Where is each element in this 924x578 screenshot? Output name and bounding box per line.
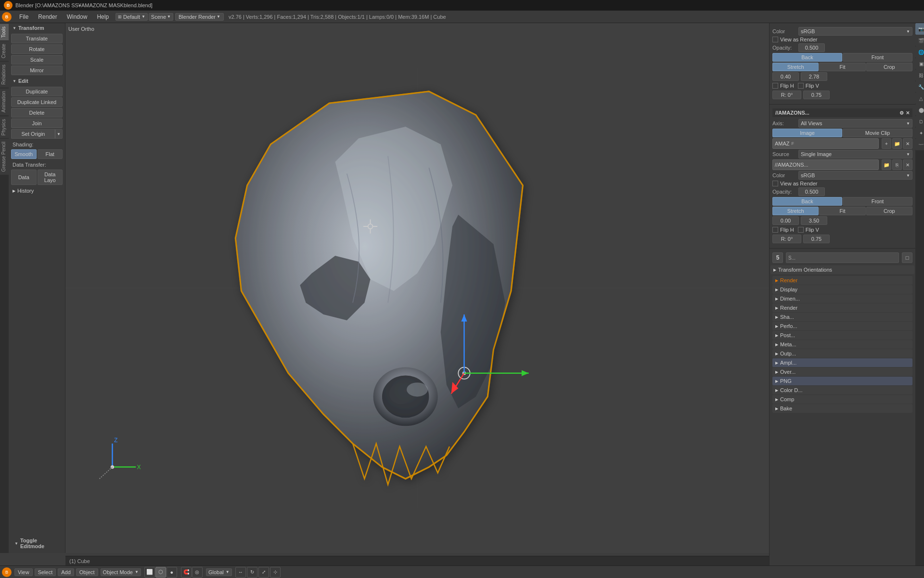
dimensions-header[interactable]: ▶ Dimen... bbox=[772, 294, 912, 303]
image-new-icon[interactable]: + bbox=[882, 138, 891, 149]
constraints-props-icon[interactable]: ⛓ bbox=[915, 69, 924, 81]
axis-dropdown[interactable]: All Views ▼ bbox=[798, 119, 912, 128]
amazons-settings-icon[interactable]: ⚙ bbox=[899, 110, 904, 116]
mirror-button[interactable]: Mirror bbox=[11, 66, 63, 75]
vtab-relations[interactable]: Relations bbox=[0, 61, 9, 88]
ampl-header[interactable]: ▶ Ampl... bbox=[772, 358, 912, 367]
flip-v-checkbox-bottom[interactable] bbox=[798, 227, 804, 233]
wireframe-shading-icon[interactable]: ⬡ bbox=[155, 567, 166, 578]
data-button[interactable]: Data bbox=[11, 170, 37, 185]
flip-h-checkbox-top[interactable] bbox=[772, 83, 778, 89]
stretch-button-bottom[interactable]: Stretch bbox=[772, 207, 819, 215]
view-menu[interactable]: View bbox=[14, 568, 33, 576]
scene-props-icon[interactable]: 🎬 bbox=[915, 35, 924, 46]
shading-render-header[interactable]: ▶ Sha... bbox=[772, 313, 912, 321]
scale-button[interactable]: Scale bbox=[11, 55, 63, 65]
amazons-header[interactable]: //AMAZONS... ⚙ ✕ bbox=[772, 108, 912, 117]
x-value-top[interactable]: 0.40 bbox=[772, 72, 799, 81]
metadata-header[interactable]: ▶ Meta... bbox=[772, 340, 912, 349]
screen-layout-selector[interactable]: ⊞ Default ▼ bbox=[116, 13, 148, 21]
duplicate-linked-button[interactable]: Duplicate Linked bbox=[11, 97, 63, 107]
r-value-bottom[interactable]: 0.75 bbox=[803, 235, 830, 243]
fit-button-top[interactable]: Fit bbox=[819, 63, 865, 71]
data-layo-button[interactable]: Data Layo bbox=[38, 170, 63, 185]
bake-header[interactable]: ▶ Bake bbox=[772, 404, 912, 413]
view-as-render-checkbox-bottom[interactable] bbox=[772, 181, 778, 186]
fit-button-bottom[interactable]: Fit bbox=[819, 207, 865, 215]
x2-value[interactable]: 0.00 bbox=[772, 216, 799, 225]
select-menu[interactable]: Select bbox=[35, 568, 56, 576]
opacity-value-top[interactable]: 0.500 bbox=[798, 43, 825, 52]
image-path-field[interactable]: //AMAZONS... bbox=[772, 159, 879, 170]
full-icon[interactable]: □ bbox=[902, 252, 912, 263]
texture-props-icon[interactable]: 🗋 bbox=[915, 116, 924, 127]
slot-5-button[interactable]: 5 bbox=[772, 252, 783, 263]
vtab-grease-pencil[interactable]: Grease Pencil bbox=[0, 138, 9, 175]
set-origin-arrow-button[interactable]: ▼ bbox=[55, 129, 63, 139]
vtab-create[interactable]: Create bbox=[0, 40, 9, 61]
color-depth-header[interactable]: ▶ Color D... bbox=[772, 386, 912, 394]
rendered-shading-icon[interactable]: ● bbox=[167, 567, 177, 578]
engine-selector[interactable]: Blender Render ▼ bbox=[175, 13, 224, 21]
crop-button-top[interactable]: Crop bbox=[866, 63, 912, 71]
menu-window[interactable]: Window bbox=[62, 13, 92, 21]
join-button[interactable]: Join bbox=[11, 118, 63, 128]
movie-clip-button[interactable]: Movie Clip bbox=[843, 129, 912, 137]
image-open-icon[interactable]: 📁 bbox=[892, 138, 902, 149]
comp-header[interactable]: ▶ Comp bbox=[772, 395, 912, 404]
path-clear-icon[interactable]: ✕ bbox=[903, 159, 912, 170]
source-dropdown[interactable]: Single Image ▼ bbox=[798, 150, 912, 158]
front-button-top[interactable]: Front bbox=[843, 53, 912, 62]
r-value-top[interactable]: 0.75 bbox=[803, 91, 830, 99]
front-button-bottom[interactable]: Front bbox=[843, 197, 912, 206]
output-header[interactable]: ▶ Outp... bbox=[772, 349, 912, 358]
manipulate-transform-icon[interactable]: ⊹ bbox=[270, 567, 281, 578]
transform-section-header[interactable]: Transform bbox=[9, 23, 65, 33]
vtab-physics[interactable]: Physics bbox=[0, 116, 9, 138]
y-value-top[interactable]: 2.78 bbox=[801, 72, 827, 81]
post-processing-header[interactable]: ▶ Post... bbox=[772, 331, 912, 340]
world-props-icon[interactable]: 🌐 bbox=[915, 46, 924, 58]
back-button-top[interactable]: Back bbox=[772, 53, 842, 62]
over-header[interactable]: ▶ Over... bbox=[772, 368, 912, 376]
back-button-bottom[interactable]: Back bbox=[772, 197, 842, 206]
color-dropdown[interactable]: sRGB ▼ bbox=[798, 27, 912, 36]
add-menu[interactable]: Add bbox=[58, 568, 74, 576]
vtab-animation[interactable]: Animation bbox=[0, 88, 9, 115]
performance-header[interactable]: ▶ Perfo... bbox=[772, 322, 912, 330]
scene-selector[interactable]: Scene ▼ bbox=[149, 13, 173, 21]
smooth-button[interactable]: Smooth bbox=[11, 149, 37, 159]
translate-button[interactable]: Translate bbox=[11, 34, 63, 43]
menu-help[interactable]: Help bbox=[92, 13, 114, 21]
snap-icon[interactable]: 🧲 bbox=[181, 567, 192, 578]
rotate-button[interactable]: Rotate bbox=[11, 44, 63, 54]
render-props-icon[interactable]: 📷 bbox=[915, 23, 924, 35]
move-transform-icon[interactable]: ↔ bbox=[235, 567, 246, 578]
toggle-editmode-header[interactable]: Toggle Editmode bbox=[11, 536, 63, 551]
path-copy-icon[interactable]: ⎘ bbox=[892, 159, 902, 170]
edit-section-header[interactable]: Edit bbox=[9, 76, 65, 86]
modifiers-props-icon[interactable]: 🔧 bbox=[915, 81, 924, 92]
r-label-top[interactable]: R: 0° bbox=[772, 91, 801, 99]
menu-render[interactable]: Render bbox=[33, 13, 62, 21]
object-props-icon[interactable]: ▣ bbox=[915, 58, 924, 69]
proportional-edit-icon[interactable]: ◎ bbox=[192, 567, 203, 578]
image-name-field[interactable]: AMAZ F bbox=[772, 138, 879, 149]
y2-value[interactable]: 3.50 bbox=[801, 216, 827, 225]
image-unlink-icon[interactable]: ✕ bbox=[903, 138, 912, 149]
menu-file[interactable]: File bbox=[14, 13, 33, 21]
stretch-button-top[interactable]: Stretch bbox=[772, 63, 819, 71]
path-folder-icon[interactable]: 📁 bbox=[882, 159, 891, 170]
physics-props-icon[interactable]: 〰 bbox=[915, 139, 924, 150]
view-as-render-checkbox[interactable] bbox=[772, 37, 778, 42]
scale-transform-icon[interactable]: ⤢ bbox=[258, 567, 269, 578]
global-dropdown[interactable]: Global ▼ bbox=[206, 568, 232, 576]
history-header[interactable]: History bbox=[9, 186, 65, 196]
flat-button[interactable]: Flat bbox=[38, 149, 63, 159]
object-menu[interactable]: Object bbox=[76, 568, 98, 576]
material-props-icon[interactable]: ⬤ bbox=[915, 104, 924, 116]
flip-v-checkbox-top[interactable] bbox=[798, 83, 804, 89]
set-origin-button[interactable]: Set Origin bbox=[11, 129, 55, 139]
duplicate-button[interactable]: Duplicate bbox=[11, 87, 63, 96]
render-header[interactable]: ▶ Render bbox=[772, 276, 912, 285]
